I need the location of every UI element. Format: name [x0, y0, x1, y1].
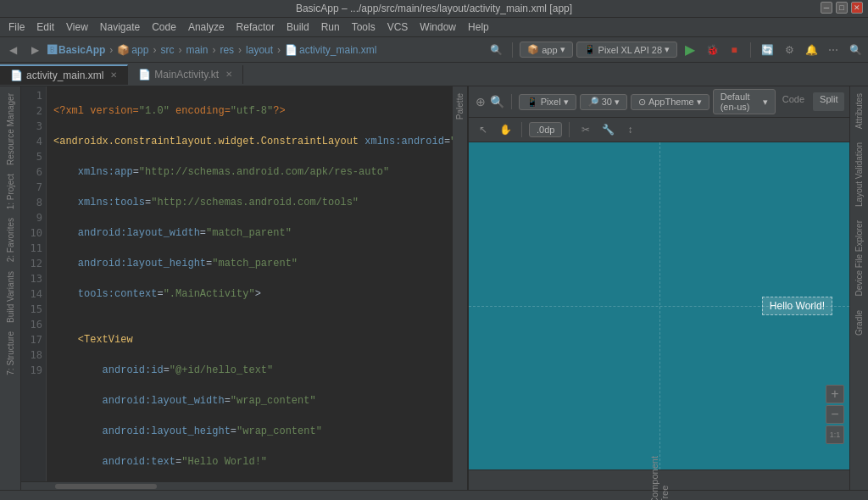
zoom-selector[interactable]: 🔎 30 ▾ — [580, 94, 627, 110]
tab-attributes[interactable]: Attributes — [853, 90, 865, 132]
hello-world-text: Hello World! — [762, 297, 832, 315]
design-tool-hand[interactable]: ✋ — [496, 120, 515, 139]
design-tool-1[interactable]: ⊕ — [474, 92, 487, 111]
notifications-button[interactable]: 🔔 — [802, 41, 821, 59]
sidebar-item-resource-manager[interactable]: Resource Manager — [4, 90, 17, 169]
design-tool-scissors[interactable]: ✂ — [576, 120, 595, 139]
component-tree-label: Component Tree — [649, 456, 670, 500]
tab-code[interactable]: Code — [776, 92, 811, 111]
maximize-button[interactable]: □ — [836, 2, 848, 14]
tab-activity-main[interactable]: 📄 activity_main.xml ✕ — [0, 64, 128, 85]
app-selector[interactable]: 📦 app ▾ — [520, 42, 572, 58]
tab-split[interactable]: Split — [813, 92, 844, 111]
window-controls[interactable]: ─ □ ✕ — [821, 2, 863, 14]
design-tool-magnet[interactable]: 🔧 — [598, 120, 617, 139]
menu-navigate[interactable]: Navigate — [95, 19, 145, 35]
close-button[interactable]: ✕ — [851, 2, 863, 14]
more-button[interactable]: ⋯ — [824, 41, 843, 59]
breadcrumb-src[interactable]: src — [160, 44, 174, 56]
design-tool-cursor[interactable]: ↕ — [620, 120, 639, 139]
theme-arrow: ▾ — [697, 97, 702, 108]
device-design-selector[interactable]: 📱 Pixel ▾ — [519, 94, 576, 110]
file-icon: 📄 — [285, 44, 298, 56]
minimize-button[interactable]: ─ — [821, 2, 832, 14]
zoom-out-button[interactable]: − — [826, 405, 844, 424]
debug-button[interactable]: 🐞 — [703, 41, 721, 59]
sep7 — [512, 42, 513, 58]
menu-analyze[interactable]: Analyze — [183, 19, 230, 35]
locale-arrow: ▾ — [763, 97, 768, 108]
component-tree-bar[interactable]: Component Tree — [469, 469, 849, 490]
line-numbers: 1 2 34567 89101112 1314151617 1819 — [21, 86, 47, 481]
locale-selector[interactable]: Default (en-us) ▾ — [713, 89, 776, 114]
device-selector[interactable]: 📱 Pixel XL API 28 ▾ — [576, 42, 677, 58]
run-button[interactable]: ▶ — [681, 41, 699, 59]
menu-build[interactable]: Build — [281, 19, 314, 35]
breadcrumb-res[interactable]: res — [220, 44, 234, 56]
breadcrumb-basicapp[interactable]: 🅱 BasicApp — [47, 44, 105, 56]
sidebar-item-structure[interactable]: 7: Structure — [4, 328, 17, 379]
design-tool-select[interactable]: ↖ — [474, 120, 492, 139]
horizontal-scrollbar[interactable] — [55, 484, 157, 489]
breadcrumb-main[interactable]: main — [186, 44, 208, 56]
left-sidebar: Resource Manager 1: Project 2: Favorites… — [0, 86, 21, 490]
breadcrumb-file[interactable]: 📄 activity_main.xml — [285, 44, 376, 56]
design-tool-2[interactable]: 🔍 — [490, 92, 504, 111]
menu-view[interactable]: View — [61, 19, 93, 35]
menu-tools[interactable]: Tools — [347, 19, 381, 35]
menu-file[interactable]: File — [3, 19, 30, 35]
code-content[interactable]: <?xml version="1.0" encoding="utf-8"?> <… — [47, 86, 453, 481]
menu-help[interactable]: Help — [463, 19, 494, 35]
menu-vcs[interactable]: VCS — [382, 19, 414, 35]
tab-layout-validation[interactable]: Layout Validation — [853, 139, 865, 210]
sync-button[interactable]: 🔄 — [758, 41, 776, 59]
zoom-in-button[interactable]: + — [826, 385, 844, 403]
app-selector-label: app — [542, 45, 557, 55]
title-bar: BasicApp – .../app/src/main/res/layout/a… — [0, 0, 868, 18]
menu-window[interactable]: Window — [415, 19, 461, 35]
main-area: Resource Manager 1: Project 2: Favorites… — [0, 86, 868, 490]
code-editor[interactable]: 1 2 34567 89101112 1314151617 1819 <?xml… — [21, 86, 453, 481]
tab-mainactivity-close[interactable]: ✕ — [225, 69, 232, 79]
theme-label: AppTheme — [648, 97, 694, 107]
zoom-controls: + − 1:1 — [826, 385, 844, 444]
settings-button[interactable]: ⚙ — [780, 41, 798, 59]
right-tabs: Attributes Layout Validation Device File… — [849, 86, 868, 490]
menu-edit[interactable]: Edit — [31, 19, 59, 35]
tab-mainactivity[interactable]: 📄 MainActivity.kt ✕ — [128, 65, 243, 84]
sidebar-item-project[interactable]: 1: Project — [4, 170, 17, 213]
palette-label[interactable]: Palette — [455, 93, 465, 119]
editor-scrollbar[interactable] — [21, 481, 453, 490]
design-sep2 — [521, 122, 522, 137]
zoom-fit-button[interactable]: 1:1 — [826, 425, 844, 444]
menu-code[interactable]: Code — [147, 19, 181, 35]
forward-button[interactable]: ▶ — [25, 41, 44, 59]
sidebar-item-build-variants[interactable]: Build Variants — [4, 268, 17, 326]
stop-button[interactable]: ■ — [725, 41, 743, 59]
search-everywhere-button[interactable]: 🔍 — [846, 41, 865, 59]
sidebar-item-favorites[interactable]: 2: Favorites — [4, 214, 17, 265]
zoom-icon: 🔎 — [587, 97, 599, 108]
sep5: › — [238, 44, 242, 56]
view-toolbar: ⊕ 🔍 📱 Pixel ▾ 🔎 30 ▾ ⊙ AppTheme ▾ — [469, 86, 849, 118]
dp-input[interactable]: .0dp — [529, 122, 562, 137]
breadcrumb-res-label: res — [220, 44, 234, 56]
design-sep1 — [511, 94, 512, 109]
tab-device-file-explorer[interactable]: Device File Explorer — [853, 217, 865, 299]
breadcrumb-layout[interactable]: layout — [246, 44, 273, 56]
breadcrumb-basicapp-label: BasicApp — [58, 44, 105, 56]
tab-activity-main-close[interactable]: ✕ — [110, 70, 117, 80]
device-screen: Hello World! — [469, 142, 849, 469]
menu-refactor[interactable]: Refactor — [231, 19, 280, 35]
theme-icon: ⊙ — [638, 97, 646, 108]
tab-gradle[interactable]: Gradle — [853, 307, 865, 339]
menu-run[interactable]: Run — [316, 19, 345, 35]
breadcrumb-app[interactable]: 📦 app — [117, 44, 148, 56]
zoom-arrow: ▾ — [615, 97, 620, 108]
toolbar: ◀ ▶ 🅱 BasicApp › 📦 app › src › main › re… — [0, 37, 868, 63]
device-selector-arrow: ▾ — [665, 44, 670, 55]
theme-selector[interactable]: ⊙ AppTheme ▾ — [631, 94, 709, 110]
back-button[interactable]: ◀ — [3, 41, 22, 59]
search-button[interactable]: 🔍 — [487, 41, 505, 59]
editor-area: 1 2 34567 89101112 1314151617 1819 <?xml… — [21, 86, 453, 490]
